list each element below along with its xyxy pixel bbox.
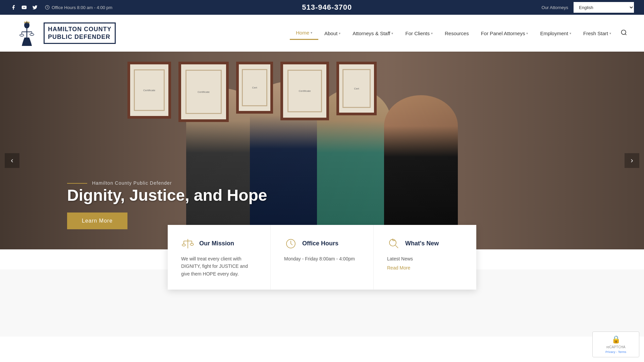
employment-dropdown-arrow: ▾ (570, 32, 571, 35)
nav-item-attorneys: Attorneys & Staff ▾ (346, 27, 399, 40)
nav-item-resources: Resources (439, 27, 475, 40)
recaptcha-badge: 🔒 reCAPTCHA Privacy - Terms (592, 331, 639, 357)
slider-prev-button[interactable]: ‹ (5, 153, 19, 168)
nav-item-panel: For Panel Attorneys ▾ (475, 27, 534, 40)
nav-item-clients: For Clients ▾ (399, 27, 439, 40)
nav-item-employment: Employment ▾ (534, 27, 577, 40)
freshstart-dropdown-arrow: ▾ (609, 32, 611, 35)
nav-link-clients[interactable]: For Clients ▾ (399, 27, 439, 40)
logo-line1: HAMILTON COUNTY (48, 25, 111, 33)
info-card-hours-header: Office Hours (284, 237, 360, 250)
top-bar: Office Hours 8:00 am - 4:00 pm 513-946-3… (0, 0, 644, 15)
svg-point-2 (24, 22, 30, 28)
youtube-icon[interactable] (21, 4, 28, 11)
certificate-frame-3: Cert (236, 62, 273, 114)
info-card-news: What's New Latest News Read More (374, 225, 476, 290)
nav-link-resources[interactable]: Resources (439, 27, 475, 40)
top-bar-right: Our Attorneys English Spanish French (542, 2, 634, 13)
mission-icon (181, 237, 195, 250)
hero-wrapper: Certificate Certificate Cert Certificate (0, 52, 644, 269)
top-bar-left: Office Hours 8:00 am - 4:00 pm (10, 4, 112, 11)
nav-item-home: Home ▾ (290, 26, 318, 40)
info-cards: Our Mission We will treat every client w… (168, 225, 476, 290)
svg-line-19 (395, 245, 398, 248)
info-card-mission-header: Our Mission (181, 237, 257, 250)
panel-dropdown-arrow: ▾ (526, 32, 528, 35)
nav-item-search (617, 29, 631, 38)
news-icon (387, 237, 400, 250)
hours-title: Office Hours (302, 240, 338, 247)
attorneys-dropdown-arrow: ▾ (391, 32, 393, 35)
twitter-icon[interactable] (32, 4, 38, 11)
nav-item-about: About ▾ (318, 27, 346, 40)
home-dropdown-arrow: ▾ (311, 31, 312, 35)
hero-subtitle-text: Hamilton County Public Defender (92, 180, 172, 186)
logo-text: HAMILTON COUNTY PUBLIC DEFENDER (44, 22, 116, 44)
info-card-news-header: What's New (387, 237, 463, 250)
nav-link-freshstart[interactable]: Fresh Start ▾ (577, 27, 617, 40)
certificate-frame-5: Cert (336, 62, 377, 115)
nav-links: Home ▾ About ▾ Attorneys & Staff ▾ For C… (290, 26, 631, 40)
logo-icon (13, 18, 40, 48)
clients-dropdown-arrow: ▾ (431, 32, 433, 35)
slider-next-button[interactable]: › (625, 153, 639, 168)
facebook-icon[interactable] (10, 4, 17, 11)
news-title: What's New (405, 240, 439, 247)
logo-area[interactable]: HAMILTON COUNTY PUBLIC DEFENDER (13, 18, 116, 48)
our-attorneys-link[interactable]: Our Attorneys (542, 5, 568, 10)
nav-link-home[interactable]: Home ▾ (290, 26, 318, 40)
read-more-link[interactable]: Read More (387, 265, 410, 270)
hero-content: Hamilton County Public Defender Dignity,… (67, 180, 267, 229)
navbar: HAMILTON COUNTY PUBLIC DEFENDER Home ▾ A… (0, 15, 644, 52)
nav-link-employment[interactable]: Employment ▾ (534, 27, 577, 40)
about-dropdown-arrow: ▾ (339, 32, 340, 35)
nav-link-attorneys[interactable]: Attorneys & Staff ▾ (346, 27, 399, 40)
svg-point-9 (622, 30, 626, 34)
hours-text: Monday - Friday 8:00am - 4:00pm (284, 255, 360, 262)
search-icon[interactable] (617, 27, 631, 41)
recaptcha-text: reCAPTCHA (606, 345, 626, 349)
hero-line-decoration (67, 183, 87, 184)
hero-subtitle: Hamilton County Public Defender (67, 180, 267, 186)
social-icons (10, 4, 38, 11)
language-select[interactable]: English Spanish French (574, 2, 634, 13)
learn-more-button[interactable]: Learn More (67, 213, 127, 229)
office-hours-text: Office Hours 8:00 am - 4:00 pm (52, 5, 112, 10)
mission-title: Our Mission (199, 240, 234, 247)
certificate-frame-4: Certificate (280, 62, 329, 120)
info-card-hours: Office Hours Monday - Friday 8:00am - 4:… (271, 225, 374, 290)
info-card-mission: Our Mission We will treat every client w… (168, 225, 271, 290)
nav-link-about[interactable]: About ▾ (318, 27, 346, 40)
phone-number[interactable]: 513-946-3700 (302, 3, 352, 12)
nav-item-freshstart: Fresh Start ▾ (577, 27, 617, 40)
mission-text: We will treat every client with DIGNITY,… (181, 255, 257, 278)
hours-icon (284, 237, 298, 250)
office-hours-info: Office Hours 8:00 am - 4:00 pm (45, 5, 112, 10)
svg-line-10 (625, 34, 627, 35)
news-text: Latest News (387, 255, 463, 262)
recaptcha-links: Privacy - Terms (605, 350, 626, 354)
hero-title: Dignity, Justice, and Hope (67, 186, 267, 204)
certificate-frame-1: Certificate (127, 62, 171, 119)
logo-line2: PUBLIC DEFENDER (48, 33, 111, 41)
certificate-frame-2: Certificate (178, 62, 229, 122)
recaptcha-logo: 🔒 (611, 335, 621, 344)
nav-link-panel[interactable]: For Panel Attorneys ▾ (475, 27, 534, 40)
